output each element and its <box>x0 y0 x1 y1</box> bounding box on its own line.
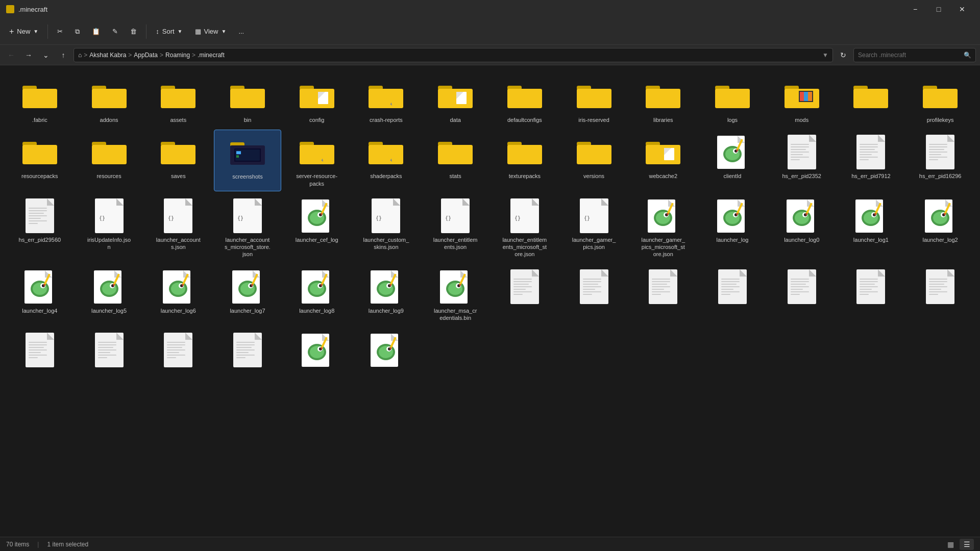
forward-button[interactable]: → <box>21 48 36 62</box>
file-item[interactable]: launcher_log6 <box>144 264 212 326</box>
file-content-area[interactable]: .fabric addons assets bin config <box>0 65 980 537</box>
file-item[interactable]: crash-reports <box>353 73 420 128</box>
copy-button[interactable]: ⧉ <box>70 24 85 39</box>
file-item[interactable]: resources <box>76 130 143 191</box>
file-item[interactable]: texturepacks <box>491 130 558 191</box>
file-item[interactable]: launcher_log4 <box>6 264 74 326</box>
file-item[interactable]: saves <box>144 130 212 191</box>
file-item[interactable]: hs_err_pid16296 <box>906 130 974 191</box>
file-item[interactable] <box>353 328 420 374</box>
rename-button[interactable]: ✎ <box>107 24 123 38</box>
new-label: New <box>17 28 30 35</box>
file-item[interactable] <box>768 264 836 326</box>
file-item[interactable] <box>838 73 905 128</box>
file-item[interactable]: data <box>422 73 489 128</box>
file-item[interactable]: launcher_gamer_pics_microsoft_store.json <box>629 193 697 262</box>
file-item[interactable] <box>838 264 905 326</box>
file-item[interactable]: launcher_log0 <box>768 193 836 262</box>
svg-rect-242 <box>513 279 532 280</box>
list-view-button[interactable]: ☰ <box>960 539 974 550</box>
svg-rect-37 <box>853 89 888 108</box>
more-button[interactable]: ... <box>233 24 249 38</box>
file-item[interactable]: launcher_log <box>699 193 766 262</box>
minimize-button[interactable]: − <box>903 0 927 18</box>
file-item[interactable]: assets <box>144 73 212 128</box>
file-icon <box>229 332 266 368</box>
file-item[interactable] <box>906 264 974 326</box>
breadcrumb-appdata[interactable]: AppData <box>134 52 158 59</box>
file-item[interactable]: {} launcher_accounts.json <box>144 193 212 262</box>
file-item[interactable]: clientId <box>699 130 766 191</box>
breadcrumb-roaming[interactable]: Roaming <box>165 52 190 59</box>
file-item[interactable]: launcher_cef_log <box>283 193 351 262</box>
file-item[interactable]: hs_err_pid29560 <box>6 193 74 262</box>
file-item[interactable]: launcher_log1 <box>838 193 905 262</box>
file-item[interactable]: shaderpacks <box>353 130 420 191</box>
file-item[interactable]: {} launcher_custom_skins.json <box>353 193 420 262</box>
file-item[interactable]: {} launcher_gamer_pics.json <box>560 193 628 262</box>
file-item[interactable]: config <box>283 73 351 128</box>
file-item[interactable]: defaultconfigs <box>491 73 558 128</box>
delete-button[interactable]: 🗑 <box>125 24 142 38</box>
file-item[interactable] <box>214 328 281 374</box>
sort-icon: ↕ <box>156 28 159 35</box>
file-item[interactable]: hs_err_pid7912 <box>838 130 905 191</box>
file-item[interactable]: resourcepacks <box>6 130 74 191</box>
file-item[interactable]: {} launcher_entitlements.json <box>422 193 489 262</box>
breadcrumb-minecraft[interactable]: .minecraft <box>198 52 225 59</box>
file-item[interactable] <box>6 328 74 374</box>
file-item[interactable]: launcher_log2 <box>906 193 974 262</box>
file-item[interactable]: versions <box>560 130 628 191</box>
file-item[interactable] <box>699 264 766 326</box>
file-item[interactable]: {} launcher_accounts_microsoft_store.jso… <box>214 193 281 262</box>
file-item[interactable]: iris-reserved <box>560 73 628 128</box>
breadcrumb[interactable]: ⌂ > Akshat Kabra > AppData > Roaming > .… <box>74 48 833 62</box>
breadcrumb-expand-icon[interactable]: ▼ <box>822 52 828 59</box>
refresh-button[interactable]: ↻ <box>836 48 850 62</box>
file-item[interactable]: {} irisUpdateInfo.json <box>76 193 143 262</box>
sort-button[interactable]: ↕ Sort ▼ <box>151 24 187 38</box>
file-item[interactable]: launcher_log8 <box>283 264 351 326</box>
file-item[interactable]: logs <box>699 73 766 128</box>
close-button[interactable]: ✕ <box>950 0 974 18</box>
file-item[interactable] <box>491 264 558 326</box>
recent-button[interactable]: ⌄ <box>39 48 53 62</box>
file-item[interactable]: bin <box>214 73 281 128</box>
file-item[interactable]: webcache2 <box>629 130 697 191</box>
search-input[interactable] <box>858 52 961 59</box>
breadcrumb-user[interactable]: Akshat Kabra <box>89 52 126 59</box>
file-item[interactable]: hs_err_pid2352 <box>768 130 836 191</box>
view-button[interactable]: ▦ View ▼ <box>190 24 232 38</box>
file-item[interactable]: launcher_msa_credentials.bin <box>422 264 489 326</box>
file-name: launcher_log4 <box>22 307 57 314</box>
file-item[interactable]: mods <box>768 73 836 128</box>
file-icon <box>91 134 128 170</box>
file-item[interactable] <box>76 328 143 374</box>
new-button[interactable]: + New ▼ <box>4 24 43 39</box>
file-item[interactable]: server-resource-packs <box>283 130 351 191</box>
svg-rect-262 <box>652 284 667 285</box>
up-button[interactable]: ↑ <box>56 48 70 62</box>
file-item[interactable]: launcher_log7 <box>214 264 281 326</box>
file-item[interactable] <box>560 264 628 326</box>
svg-rect-114 <box>29 223 38 224</box>
maximize-button[interactable]: □ <box>927 0 950 18</box>
search-box[interactable]: 🔍 <box>853 48 976 62</box>
file-item[interactable]: libraries <box>629 73 697 128</box>
file-item[interactable] <box>629 264 697 326</box>
paste-button[interactable]: 📋 <box>87 24 105 38</box>
file-name: launcher_log2 <box>923 236 958 243</box>
cut-button[interactable]: ✂ <box>52 24 68 38</box>
file-item[interactable]: stats <box>422 130 489 191</box>
file-item[interactable] <box>283 328 351 374</box>
file-item[interactable]: profilekeys <box>906 73 974 128</box>
file-item[interactable]: launcher_log5 <box>76 264 143 326</box>
file-item[interactable]: {} launcher_entitlements_microsoft_store… <box>491 193 558 262</box>
large-icons-view-button[interactable]: ▦ <box>943 539 958 550</box>
back-button[interactable]: ← <box>4 48 18 62</box>
file-item[interactable] <box>144 328 212 374</box>
file-item[interactable]: ███ ▒▒ screenshots <box>214 130 281 191</box>
file-item[interactable]: .fabric <box>6 73 74 128</box>
file-item[interactable]: launcher_log9 <box>353 264 420 326</box>
file-item[interactable]: addons <box>76 73 143 128</box>
